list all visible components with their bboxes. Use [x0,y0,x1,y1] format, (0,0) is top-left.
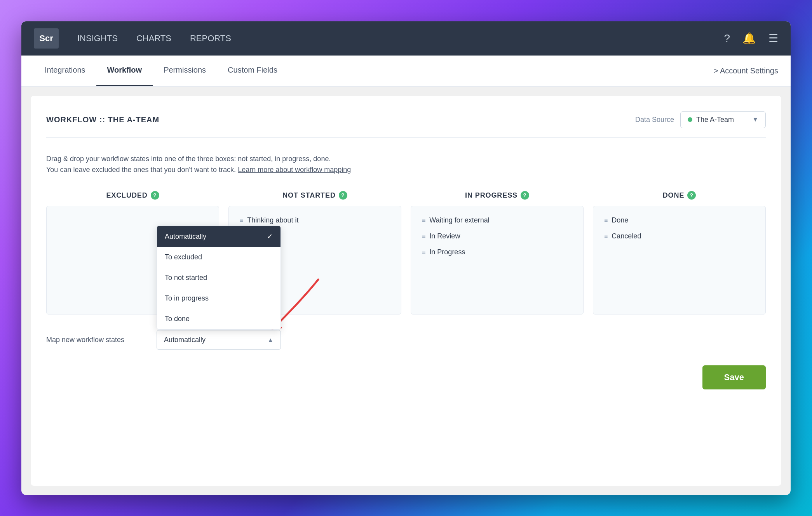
in-progress-help-icon[interactable]: ? [521,191,529,200]
save-row: Save [46,365,766,389]
save-button[interactable]: Save [702,365,766,389]
tab-workflow[interactable]: Workflow [96,56,153,86]
map-select-box[interactable]: Automatically ▲ [157,330,281,350]
dropdown-option-automatically[interactable]: Automatically ✓ [157,226,281,247]
datasource-area: Data Source The A-Team ▼ [635,111,766,128]
content-card: WORKFLOW :: THE A-TEAM Data Source The A… [31,96,781,486]
subnav-tabs: Integrations Workflow Permissions Custom… [34,56,288,86]
description-line2: You can leave excluded the ones that you… [46,164,766,175]
item-label: Waiting for external [429,216,489,224]
drag-handle-icon: ≡ [604,233,608,240]
dropdown-option-in-progress[interactable]: To in progress [157,288,281,309]
workflow-header: WORKFLOW :: THE A-TEAM Data Source The A… [46,111,766,138]
map-row: Map new workflow states Automatically ✓ … [46,330,766,350]
item-label: Canceled [612,232,641,240]
dropdown-menu: Automatically ✓ To excluded To not start… [157,226,281,330]
col-header-excluded: EXCLUDED ? [46,191,219,200]
drop-zone-done[interactable]: ≡ Done ≡ Canceled [593,206,766,314]
dropdown-option-done[interactable]: To done [157,309,281,329]
map-select: Automatically ✓ To excluded To not start… [157,330,281,350]
top-nav: Scr INSIGHTS CHARTS REPORTS ? 🔔 ☰ [21,21,791,56]
logo: Scr [34,28,59,49]
drag-handle-icon: ≡ [604,217,608,224]
col-done-label: DONE [663,191,685,200]
learn-more-link[interactable]: Learn more about workflow mapping [238,166,351,174]
item-label: In Review [429,232,460,240]
drop-zone-in-progress[interactable]: ≡ Waiting for external ≡ In Review ≡ In … [411,206,584,314]
map-selected-value: Automatically [164,336,206,344]
dropdown-option-label: To done [165,315,190,323]
col-in-progress-label: IN PROGRESS [465,191,518,200]
nav-reports[interactable]: REPORTS [190,33,231,43]
drag-handle-icon: ≡ [422,249,425,256]
datasource-dot [688,117,692,122]
app-window: Scr INSIGHTS CHARTS REPORTS ? 🔔 ☰ Integr… [21,21,791,495]
tab-integrations[interactable]: Integrations [34,56,96,86]
excluded-help-icon[interactable]: ? [151,191,159,200]
col-header-done: DONE ? [593,191,766,200]
workflow-title: WORKFLOW :: THE A-TEAM [46,115,159,124]
nav-links: INSIGHTS CHARTS REPORTS [77,33,231,43]
nav-icons: ? 🔔 ☰ [724,32,778,45]
col-header-in-progress: IN PROGRESS ? [411,191,584,200]
bell-icon[interactable]: 🔔 [742,32,756,45]
datasource-label: Data Source [635,116,674,124]
done-help-icon[interactable]: ? [687,191,696,200]
dropdown-option-excluded[interactable]: To excluded [157,247,281,268]
datasource-select[interactable]: The A-Team ▼ [680,111,766,128]
item-label: In Progress [429,248,465,256]
nav-insights[interactable]: INSIGHTS [77,33,118,43]
checkmark-icon: ✓ [267,232,273,241]
dropdown-option-label: To in progress [165,294,209,302]
list-item[interactable]: ≡ Canceled [599,228,759,244]
chevron-down-icon: ▼ [752,116,758,123]
not-started-help-icon[interactable]: ? [339,191,347,200]
account-settings-link[interactable]: > Account Settings [714,66,778,75]
description: Drag & drop your workflow states into on… [46,153,766,176]
list-item[interactable]: ≡ In Progress [417,244,577,260]
list-item[interactable]: ≡ In Review [417,228,577,244]
col-not-started-label: NOT STARTED [282,191,336,200]
columns-header: EXCLUDED ? NOT STARTED ? IN PROGRESS ? D… [46,191,766,200]
help-icon[interactable]: ? [724,32,730,45]
sub-nav: Integrations Workflow Permissions Custom… [21,56,791,87]
drag-handle-icon: ≡ [422,233,425,240]
dropdown-option-label: To excluded [165,253,202,261]
drag-handle-icon: ≡ [422,217,425,224]
nav-charts[interactable]: CHARTS [136,33,171,43]
chevron-up-icon: ▲ [267,337,274,344]
map-label: Map new workflow states [46,336,147,344]
menu-icon[interactable]: ☰ [768,32,778,45]
list-item[interactable]: ≡ Done [599,212,759,228]
dropdown-option-label: Automatically [165,233,206,241]
col-excluded-label: EXCLUDED [106,191,147,200]
dropdown-option-label: To not started [165,274,207,282]
drag-handle-icon: ≡ [240,217,243,224]
list-item[interactable]: ≡ Waiting for external [417,212,577,228]
main-content: WORKFLOW :: THE A-TEAM Data Source The A… [21,87,791,495]
col-header-not-started: NOT STARTED ? [228,191,401,200]
datasource-value: The A-Team [696,116,734,124]
item-label: Done [612,216,628,224]
dropdown-option-not-started[interactable]: To not started [157,268,281,288]
tab-permissions[interactable]: Permissions [153,56,217,86]
item-label: Thinking about it [247,216,298,224]
tab-custom-fields[interactable]: Custom Fields [217,56,288,86]
description-line1: Drag & drop your workflow states into on… [46,153,766,165]
columns-body: ≡ Thinking about it ≡ Triage ≡ Todo ≡ Du… [46,206,766,314]
